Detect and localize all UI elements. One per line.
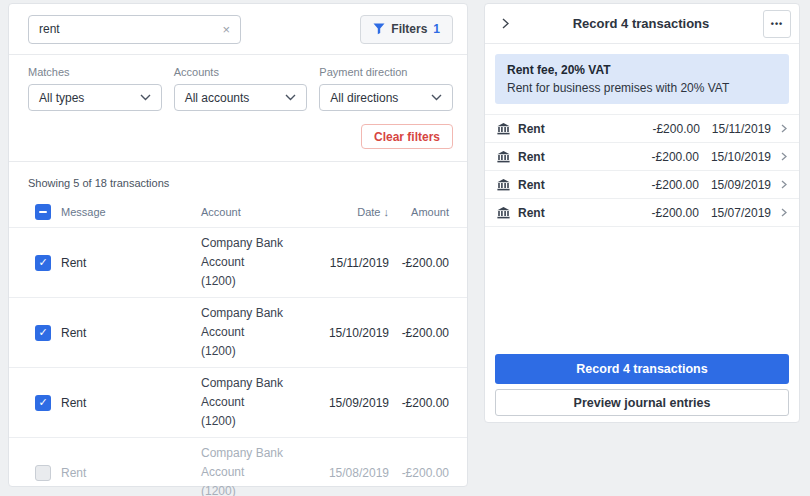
clear-filters-button[interactable]: Clear filters <box>361 124 453 149</box>
chevron-right-icon <box>781 152 787 161</box>
matches-filter-dropdown[interactable]: All types <box>28 84 162 111</box>
matches-filter-group: Matches All types <box>28 66 162 111</box>
column-header-date[interactable]: Date ↓ <box>307 206 389 218</box>
selected-tx-label: Rent <box>518 178 545 192</box>
payment-direction-filter-label: Payment direction <box>319 66 453 78</box>
row-checkbox[interactable] <box>35 395 51 411</box>
bank-icon <box>497 207 510 219</box>
search-toolbar: rent × Filters 1 <box>9 4 467 55</box>
journal-entry-info-box: Rent fee, 20% VAT Rent for business prem… <box>495 54 789 104</box>
selected-tx-label: Rent <box>518 206 545 220</box>
tx-amount: -£200.00 <box>389 396 449 410</box>
filter-funnel-icon <box>373 23 385 35</box>
journal-entry-title: Rent fee, 20% VAT <box>507 63 777 77</box>
row-checkbox[interactable] <box>35 465 51 481</box>
filters-button[interactable]: Filters 1 <box>360 15 453 44</box>
selected-transaction-row[interactable]: Rent -£200.00 15/07/2019 <box>485 199 799 227</box>
chevron-down-icon <box>140 94 151 101</box>
table-row[interactable]: Rent Company Bank Account (1200) 15/08/2… <box>9 437 467 496</box>
clear-search-icon[interactable]: × <box>222 23 230 36</box>
selected-tx-amount: -£200.00 <box>652 150 699 164</box>
selected-transactions-list: Rent -£200.00 15/11/2019 Rent -£200.00 1… <box>485 114 799 227</box>
accounts-filter-dropdown[interactable]: All accounts <box>174 84 308 111</box>
tx-amount: -£200.00 <box>389 256 449 270</box>
journal-entry-description: Rent for business premises with 20% VAT <box>507 81 777 95</box>
payment-direction-filter-value: All directions <box>330 91 431 105</box>
results-summary: Showing 5 of 18 transactions <box>9 162 467 197</box>
row-checkbox[interactable] <box>35 325 51 341</box>
tx-account-line1: Company Bank Account <box>201 446 283 479</box>
selected-tx-amount: -£200.00 <box>652 122 699 136</box>
transactions-search-panel: rent × Filters 1 Matches All types Accou… <box>8 3 468 487</box>
bank-icon <box>497 151 510 163</box>
selected-tx-amount: -£200.00 <box>652 206 699 220</box>
chevron-down-icon <box>431 94 442 101</box>
column-header-amount[interactable]: Amount <box>389 206 449 218</box>
column-header-account[interactable]: Account <box>201 206 307 218</box>
tx-account: Company Bank Account (1200) <box>201 374 307 431</box>
selected-transaction-row[interactable]: Rent -£200.00 15/10/2019 <box>485 143 799 171</box>
tx-date: 15/11/2019 <box>307 256 389 270</box>
chevron-right-icon <box>781 124 787 133</box>
record-panel-header: Record 4 transactions ••• <box>485 4 799 44</box>
ellipsis-icon: ••• <box>771 19 783 29</box>
chevron-right-icon <box>781 208 787 217</box>
transactions-table-body: Rent Company Bank Account (1200) 15/11/2… <box>9 227 467 496</box>
table-row[interactable]: Rent Company Bank Account (1200) 15/11/2… <box>9 227 467 297</box>
tx-account: Company Bank Account (1200) <box>201 304 307 361</box>
record-panel-title: Record 4 transactions <box>519 16 763 31</box>
selected-transaction-row[interactable]: Rent -£200.00 15/09/2019 <box>485 171 799 199</box>
search-input[interactable]: rent × <box>28 15 241 44</box>
selected-transaction-row[interactable]: Rent -£200.00 15/11/2019 <box>485 115 799 143</box>
tx-account-line2: (1200) <box>201 484 236 496</box>
tx-account: Company Bank Account (1200) <box>201 234 307 291</box>
tx-date: 15/10/2019 <box>307 326 389 340</box>
matches-filter-value: All types <box>39 91 140 105</box>
record-transactions-panel: Record 4 transactions ••• Rent fee, 20% … <box>484 3 800 423</box>
selected-tx-date: 15/10/2019 <box>711 150 771 164</box>
selected-tx-label: Rent <box>518 150 545 164</box>
select-all-checkbox[interactable] <box>35 204 51 220</box>
filters-section: Matches All types Accounts All accounts … <box>9 55 467 162</box>
bank-icon <box>497 123 510 135</box>
tx-account-line2: (1200) <box>201 274 236 288</box>
tx-message: Rent <box>61 396 201 410</box>
transactions-table: Showing 5 of 18 transactions Message Acc… <box>9 162 467 496</box>
selected-tx-date: 15/11/2019 <box>712 122 771 136</box>
record-panel-actions: Record 4 transactions Preview journal en… <box>495 354 789 416</box>
table-header-row: Message Account Date ↓ Amount <box>9 197 467 227</box>
matches-filter-label: Matches <box>28 66 162 78</box>
row-checkbox[interactable] <box>35 255 51 271</box>
more-options-button[interactable]: ••• <box>763 10 791 38</box>
tx-account-line2: (1200) <box>201 414 236 428</box>
tx-amount: -£200.00 <box>389 466 449 480</box>
filters-count-badge: 1 <box>433 22 440 36</box>
chevron-right-icon <box>781 180 787 189</box>
accounts-filter-group: Accounts All accounts <box>174 66 308 111</box>
selected-tx-amount: -£200.00 <box>652 178 699 192</box>
payment-direction-filter-dropdown[interactable]: All directions <box>319 84 453 111</box>
payment-direction-filter-group: Payment direction All directions <box>319 66 453 111</box>
bank-icon <box>497 179 510 191</box>
table-row[interactable]: Rent Company Bank Account (1200) 15/09/2… <box>9 367 467 437</box>
tx-account-line1: Company Bank Account <box>201 236 283 269</box>
tx-date: 15/09/2019 <box>307 396 389 410</box>
tx-date: 15/08/2019 <box>307 466 389 480</box>
tx-message: Rent <box>61 256 201 270</box>
accounts-filter-label: Accounts <box>174 66 308 78</box>
accounts-filter-value: All accounts <box>185 91 286 105</box>
record-transactions-button[interactable]: Record 4 transactions <box>495 354 789 384</box>
selected-tx-date: 15/09/2019 <box>711 178 771 192</box>
collapse-panel-chevron-icon[interactable] <box>491 18 519 29</box>
column-header-message[interactable]: Message <box>61 206 201 218</box>
table-row[interactable]: Rent Company Bank Account (1200) 15/10/2… <box>9 297 467 367</box>
filters-button-label: Filters <box>391 22 427 36</box>
tx-amount: -£200.00 <box>389 326 449 340</box>
tx-message: Rent <box>61 466 201 480</box>
tx-message: Rent <box>61 326 201 340</box>
preview-journal-entries-button[interactable]: Preview journal entries <box>495 389 789 416</box>
selected-tx-label: Rent <box>518 122 545 136</box>
chevron-down-icon <box>285 94 296 101</box>
search-value: rent <box>39 22 222 36</box>
selected-tx-date: 15/07/2019 <box>711 206 771 220</box>
